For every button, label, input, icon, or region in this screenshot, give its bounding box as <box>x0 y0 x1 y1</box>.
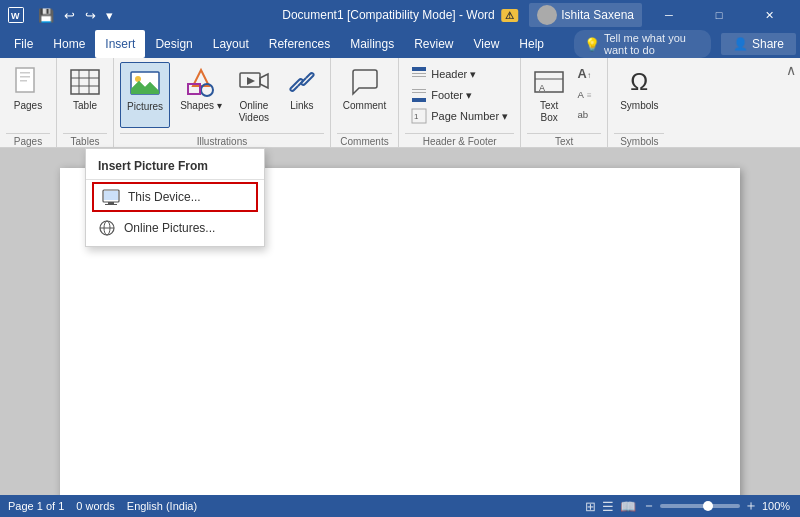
svg-rect-39 <box>105 204 117 205</box>
svg-rect-21 <box>412 67 426 71</box>
online-videos-button[interactable]: OnlineVideos <box>232 62 276 128</box>
quick-access-toolbar: 💾 ↩ ↪ ▾ <box>34 6 117 25</box>
textbox-label: TextBox <box>540 100 558 124</box>
ribbon-group-header-footer: Header ▾ Footer ▾ 1 Page Number ▾ Header… <box>399 58 521 147</box>
table-label: Table <box>73 100 97 112</box>
page-number-button[interactable]: 1 Page Number ▾ <box>407 106 512 126</box>
online-pictures-label: Online Pictures... <box>124 221 215 235</box>
comment-label: Comment <box>343 100 386 112</box>
zoom-out-button[interactable]: － <box>642 497 656 515</box>
svg-rect-38 <box>108 202 114 204</box>
svg-rect-3 <box>20 72 30 74</box>
svg-text:A: A <box>539 83 545 93</box>
text-group-label: Text <box>527 133 601 147</box>
header-icon <box>411 66 427 82</box>
menu-help[interactable]: Help <box>509 30 554 58</box>
pictures-icon <box>129 67 161 99</box>
svg-text:W: W <box>11 11 20 21</box>
status-bar: Page 1 of 1 0 words English (India) ⊞ ☰ … <box>0 495 800 517</box>
title-bar-title: Document1 [Compatibility Mode] - Word ⚠ <box>282 8 518 22</box>
svg-text:A: A <box>578 89 585 100</box>
links-label: Links <box>290 100 313 112</box>
customize-icon[interactable]: ▾ <box>102 6 117 25</box>
page-number-label: Page Number ▾ <box>431 110 508 123</box>
title-bar-right: Ishita Saxena ─ □ ✕ <box>529 0 792 30</box>
format-btn-3[interactable]: ab <box>573 105 601 125</box>
zoom-slider[interactable] <box>660 504 740 508</box>
tables-group-label: Tables <box>63 133 107 147</box>
svg-text:↑: ↑ <box>587 71 591 80</box>
menu-bar: File Home Insert Design Layout Reference… <box>0 30 800 58</box>
table-button[interactable]: Table <box>63 62 107 128</box>
textbox-icon: A <box>533 66 565 98</box>
menu-mailings[interactable]: Mailings <box>340 30 404 58</box>
comment-icon <box>349 66 381 98</box>
footer-button[interactable]: Footer ▾ <box>407 85 512 105</box>
zoom-in-button[interactable]: ＋ <box>744 497 758 515</box>
pages-label: Pages <box>14 100 42 112</box>
close-button[interactable]: ✕ <box>746 0 792 30</box>
menu-file[interactable]: File <box>4 30 43 58</box>
online-videos-icon <box>238 66 270 98</box>
menu-references[interactable]: References <box>259 30 340 58</box>
save-icon[interactable]: 💾 <box>34 6 58 25</box>
svg-rect-22 <box>412 73 426 74</box>
links-icon <box>286 66 318 98</box>
redo-icon[interactable]: ↪ <box>81 6 100 25</box>
svg-rect-23 <box>412 76 426 77</box>
svg-marker-19 <box>247 77 255 85</box>
ribbon-group-illustrations: Pictures Shapes ▾ <box>114 58 331 147</box>
pages-icon <box>12 66 44 98</box>
menu-review[interactable]: Review <box>404 30 463 58</box>
tell-me-bar[interactable]: 💡 Tell me what you want to do <box>574 30 711 58</box>
svg-text:≡: ≡ <box>587 91 592 100</box>
title-bar: W 💾 ↩ ↪ ▾ Document1 [Compatibility Mode]… <box>0 0 800 30</box>
comments-group-label: Comments <box>337 133 392 147</box>
header-label: Header ▾ <box>431 68 476 81</box>
web-layout-view[interactable]: ☰ <box>602 499 614 514</box>
text-format-buttons: A↑ A≡ ab <box>573 62 601 128</box>
status-right: ⊞ ☰ 📖 － ＋ 100% <box>585 497 792 515</box>
svg-text:1: 1 <box>414 112 419 121</box>
pages-button[interactable]: Pages <box>6 62 50 128</box>
comment-button[interactable]: Comment <box>337 62 392 128</box>
svg-rect-6 <box>71 70 99 94</box>
this-device-option[interactable]: This Device... <box>92 182 258 212</box>
page-number-icon: 1 <box>411 108 427 124</box>
svg-text:ab: ab <box>578 109 589 120</box>
print-layout-view[interactable]: ⊞ <box>585 499 596 514</box>
user-area[interactable]: Ishita Saxena <box>529 3 642 27</box>
pictures-button[interactable]: Pictures <box>120 62 170 128</box>
menu-insert[interactable]: Insert <box>95 30 145 58</box>
this-device-icon <box>102 188 120 206</box>
dropdown-header: Insert Picture From <box>86 153 264 180</box>
menu-design[interactable]: Design <box>145 30 202 58</box>
symbols-button[interactable]: Ω Symbols <box>614 62 664 128</box>
menu-view[interactable]: View <box>464 30 510 58</box>
links-button[interactable]: Links <box>280 62 324 128</box>
ribbon-group-comments: Comment Comments <box>331 58 399 147</box>
read-mode-view[interactable]: 📖 <box>620 499 636 514</box>
share-button[interactable]: 👤 Share <box>721 33 796 55</box>
tell-me-input[interactable]: Tell me what you want to do <box>604 32 701 56</box>
warning-icon: ⚠ <box>501 9 518 22</box>
menu-home[interactable]: Home <box>43 30 95 58</box>
undo-icon[interactable]: ↩ <box>60 6 79 25</box>
restore-button[interactable]: □ <box>696 0 742 30</box>
header-button[interactable]: Header ▾ <box>407 64 512 84</box>
menu-layout[interactable]: Layout <box>203 30 259 58</box>
minimize-button[interactable]: ─ <box>646 0 692 30</box>
insert-picture-dropdown: Insert Picture From This Device... <box>85 148 265 247</box>
svg-rect-40 <box>104 191 118 200</box>
shapes-button[interactable]: Shapes ▾ <box>174 62 228 128</box>
user-avatar <box>537 5 557 25</box>
textbox-button[interactable]: A TextBox <box>527 62 571 128</box>
word-icon: W <box>8 7 24 23</box>
format-btn-2[interactable]: A≡ <box>573 85 601 105</box>
online-pictures-option[interactable]: Online Pictures... <box>86 214 264 242</box>
collapse-ribbon-button[interactable]: ∧ <box>782 58 800 147</box>
format-btn-1[interactable]: A↑ <box>573 65 601 85</box>
svg-rect-25 <box>412 92 426 93</box>
table-icon <box>69 66 101 98</box>
svg-marker-18 <box>260 74 268 88</box>
